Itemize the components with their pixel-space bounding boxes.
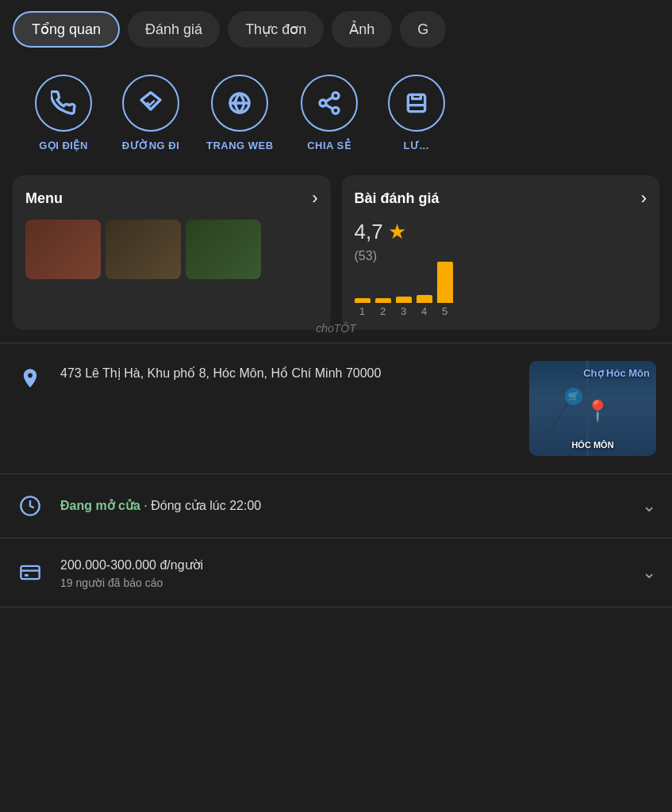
svg-line-5: [325, 98, 332, 102]
action-duong-di[interactable]: ĐƯỜNG ĐI: [119, 75, 182, 151]
bar-label-4: 4: [421, 305, 427, 317]
rating-top: 4,7 ★: [355, 220, 647, 244]
price-chevron-icon: ⌄: [642, 562, 656, 582]
tab-tong-quan[interactable]: Tổng quan: [13, 11, 120, 48]
bar-col-2: 2: [375, 298, 391, 317]
bar-label-2: 2: [380, 305, 386, 317]
map-background: Chợ Hóc Môn 🛒 📍 HÓC MÔN: [529, 361, 656, 456]
action-chia-se[interactable]: CHIA SẺ: [298, 75, 361, 151]
info-section: 473 Lê Thị Hà, Khu phố 8, Hóc Môn, Hồ Ch…: [0, 343, 672, 607]
luu-circle: [388, 75, 445, 132]
bar-chart: 12345: [355, 270, 647, 317]
price-expand[interactable]: ⌄: [642, 562, 656, 583]
bar-label-3: 3: [401, 305, 406, 317]
menu-card-title: Menu: [25, 190, 63, 207]
address-text: 473 Lê Thị Hà, Khu phố 8, Hóc Môn, Hồ Ch…: [60, 364, 513, 383]
hours-content: Đang mở cửa · Đóng cửa lúc 22:00: [60, 496, 626, 515]
phone-icon: [51, 90, 76, 116]
bar-1: [355, 298, 371, 303]
price-content: 200.000-300.000 đ/người 19 người đã báo …: [60, 556, 626, 589]
chia-se-circle: [301, 75, 358, 132]
rating-count: (53): [355, 249, 647, 263]
share-icon: [317, 90, 342, 116]
action-goi-dien[interactable]: GỌI ĐIỆN: [32, 75, 95, 151]
menu-card[interactable]: Menu ›: [13, 175, 331, 330]
svg-rect-8: [21, 566, 39, 579]
save-icon: [404, 90, 429, 116]
price-range: 200.000-300.000 đ/người: [60, 556, 626, 575]
tab-g[interactable]: G: [400, 11, 446, 48]
map-area-label: Chợ Hóc Môn: [583, 367, 650, 379]
goi-dien-circle: [35, 75, 92, 132]
tab-anh[interactable]: Ảnh: [332, 11, 392, 48]
rating-card-arrow: ›: [641, 188, 647, 209]
price-icon: [16, 558, 44, 587]
menu-images: [25, 220, 318, 279]
clock-icon: [16, 492, 44, 520]
price-reports: 19 người đã báo cáo: [60, 576, 626, 589]
bar-5: [437, 262, 453, 303]
duong-di-circle: [122, 75, 179, 132]
duong-di-label: ĐƯỜNG ĐI: [122, 140, 180, 151]
menu-image-3: [186, 220, 261, 279]
star-icon: ★: [388, 220, 406, 244]
hours-closing: · Đóng cửa lúc 22:00: [140, 499, 261, 512]
menu-image-2: [106, 220, 181, 279]
rating-card-header: Bài đánh giá ›: [355, 188, 647, 209]
hours-expand[interactable]: ⌄: [642, 496, 656, 516]
trang-web-circle: [211, 75, 268, 132]
price-row[interactable]: 200.000-300.000 đ/người 19 người đã báo …: [0, 538, 672, 607]
tab-thuc-don[interactable]: Thực đơn: [228, 11, 324, 48]
rating-card[interactable]: Bài đánh giá › 4,7 ★ (53) 12345: [342, 175, 660, 330]
hours-row[interactable]: Đang mở cửa · Đóng cửa lúc 22:00 ⌄: [0, 474, 672, 538]
cards-row: Menu › Bài đánh giá › 4: [0, 167, 672, 343]
hours-text: Đang mở cửa · Đóng cửa lúc 22:00: [60, 496, 626, 515]
address-row[interactable]: 473 Lê Thị Hà, Khu phố 8, Hóc Môn, Hồ Ch…: [0, 343, 672, 473]
bar-col-5: 5: [437, 262, 453, 317]
expand-chevron-icon: ⌄: [642, 496, 656, 515]
bar-label-5: 5: [442, 305, 447, 317]
bar-4: [417, 295, 432, 303]
trang-web-label: TRANG WEB: [206, 140, 274, 151]
rating-score: 4,7: [355, 220, 383, 244]
bar-col-3: 3: [396, 297, 412, 317]
action-buttons-row: GỌI ĐIỆN ĐƯỜNG ĐI TRANG WEB: [0, 59, 672, 167]
rating-card-title: Bài đánh giá: [355, 190, 440, 207]
map-location-label: HÓC MÔN: [571, 440, 613, 450]
bar-3: [396, 297, 412, 303]
tab-danh-gia[interactable]: Đánh giá: [128, 11, 220, 48]
map-thumbnail[interactable]: Chợ Hóc Môn 🛒 📍 HÓC MÔN: [529, 361, 656, 456]
action-luu[interactable]: LƯ...: [385, 75, 448, 151]
bar-col-1: 1: [355, 298, 371, 317]
divider-4: [0, 607, 672, 607]
svg-line-4: [325, 105, 332, 109]
bar-2: [375, 298, 391, 303]
luu-label: LƯ...: [404, 140, 429, 151]
hours-status: Đang mở cửa: [60, 499, 140, 512]
nav-tabs: Tổng quan Đánh giá Thực đơn Ảnh G: [0, 0, 672, 59]
action-trang-web[interactable]: TRANG WEB: [206, 75, 274, 151]
location-icon: [16, 364, 44, 393]
cards-container: Menu › Bài đánh giá › 4: [0, 167, 672, 343]
directions-icon: [138, 90, 163, 116]
bar-label-1: 1: [359, 305, 365, 317]
address-content: 473 Lê Thị Hà, Khu phố 8, Hóc Môn, Hồ Ch…: [60, 361, 513, 383]
svg-rect-6: [408, 94, 424, 111]
goi-dien-label: GỌI ĐIỆN: [39, 140, 88, 151]
menu-image-1: [25, 220, 101, 279]
menu-card-arrow: ›: [312, 188, 317, 209]
chia-se-label: CHIA SẺ: [307, 140, 351, 151]
bar-col-4: 4: [417, 295, 432, 317]
web-icon: [227, 90, 252, 116]
menu-card-header: Menu ›: [25, 188, 318, 209]
